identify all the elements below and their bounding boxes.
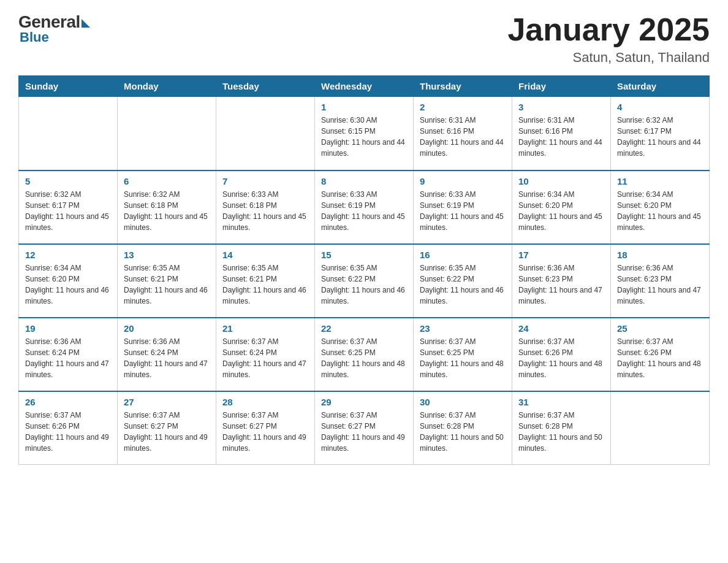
calendar-cell: 3Sunrise: 6:31 AMSunset: 6:16 PMDaylight…	[512, 97, 611, 170]
calendar-cell	[118, 97, 216, 170]
logo-blue-text: Blue	[20, 29, 49, 45]
calendar-cell: 25Sunrise: 6:37 AMSunset: 6:26 PMDayligh…	[611, 318, 710, 391]
calendar-cell: 30Sunrise: 6:37 AMSunset: 6:28 PMDayligh…	[414, 391, 512, 465]
day-info: Sunrise: 6:35 AMSunset: 6:22 PMDaylight:…	[420, 262, 506, 307]
week-row-5: 26Sunrise: 6:37 AMSunset: 6:26 PMDayligh…	[19, 391, 710, 465]
day-info: Sunrise: 6:36 AMSunset: 6:23 PMDaylight:…	[518, 262, 604, 307]
header-tuesday: Tuesday	[216, 76, 315, 97]
day-number: 23	[420, 323, 506, 334]
day-info: Sunrise: 6:34 AMSunset: 6:20 PMDaylight:…	[617, 189, 703, 233]
calendar-cell: 15Sunrise: 6:35 AMSunset: 6:22 PMDayligh…	[315, 244, 414, 318]
day-number: 31	[518, 397, 604, 407]
day-number: 9	[420, 176, 506, 186]
calendar-cell	[611, 391, 710, 465]
day-info: Sunrise: 6:37 AMSunset: 6:28 PMDaylight:…	[420, 410, 506, 454]
day-info: Sunrise: 6:37 AMSunset: 6:27 PMDaylight:…	[222, 410, 308, 454]
header-sunday: Sunday	[19, 76, 118, 97]
day-info: Sunrise: 6:37 AMSunset: 6:28 PMDaylight:…	[518, 410, 604, 454]
header-friday: Friday	[512, 76, 611, 97]
calendar-cell: 12Sunrise: 6:34 AMSunset: 6:20 PMDayligh…	[19, 244, 118, 318]
calendar-cell	[216, 97, 315, 170]
calendar-cell	[19, 97, 118, 170]
calendar-cell: 4Sunrise: 6:32 AMSunset: 6:17 PMDaylight…	[611, 97, 710, 170]
calendar-cell: 18Sunrise: 6:36 AMSunset: 6:23 PMDayligh…	[611, 244, 710, 318]
calendar-cell: 24Sunrise: 6:37 AMSunset: 6:26 PMDayligh…	[512, 318, 611, 391]
calendar-cell: 11Sunrise: 6:34 AMSunset: 6:20 PMDayligh…	[611, 170, 710, 244]
day-info: Sunrise: 6:35 AMSunset: 6:21 PMDaylight:…	[124, 262, 210, 307]
calendar-cell: 26Sunrise: 6:37 AMSunset: 6:26 PMDayligh…	[19, 391, 118, 465]
day-info: Sunrise: 6:31 AMSunset: 6:16 PMDaylight:…	[518, 115, 604, 159]
calendar-cell: 20Sunrise: 6:36 AMSunset: 6:24 PMDayligh…	[118, 318, 216, 391]
day-number: 12	[25, 250, 111, 260]
day-info: Sunrise: 6:34 AMSunset: 6:20 PMDaylight:…	[25, 262, 111, 307]
day-number: 22	[321, 323, 407, 334]
calendar-cell: 19Sunrise: 6:36 AMSunset: 6:24 PMDayligh…	[19, 318, 118, 391]
day-info: Sunrise: 6:37 AMSunset: 6:27 PMDaylight:…	[124, 410, 210, 454]
calendar-cell: 2Sunrise: 6:31 AMSunset: 6:16 PMDaylight…	[414, 97, 512, 170]
day-info: Sunrise: 6:37 AMSunset: 6:24 PMDaylight:…	[222, 336, 308, 380]
day-number: 18	[617, 250, 703, 260]
header-thursday: Thursday	[414, 76, 512, 97]
day-info: Sunrise: 6:36 AMSunset: 6:23 PMDaylight:…	[617, 262, 703, 307]
calendar-cell: 9Sunrise: 6:33 AMSunset: 6:19 PMDaylight…	[414, 170, 512, 244]
day-number: 16	[420, 250, 506, 260]
day-info: Sunrise: 6:35 AMSunset: 6:21 PMDaylight:…	[222, 262, 308, 307]
page-header: General Blue January 2025 Satun, Satun, …	[18, 12, 710, 66]
calendar-cell: 7Sunrise: 6:33 AMSunset: 6:18 PMDaylight…	[216, 170, 315, 244]
day-number: 8	[321, 176, 407, 186]
calendar-title: January 2025	[507, 12, 710, 47]
week-row-1: 1Sunrise: 6:30 AMSunset: 6:15 PMDaylight…	[19, 97, 710, 170]
calendar-cell: 14Sunrise: 6:35 AMSunset: 6:21 PMDayligh…	[216, 244, 315, 318]
day-number: 1	[321, 102, 407, 112]
day-info: Sunrise: 6:36 AMSunset: 6:24 PMDaylight:…	[124, 336, 210, 380]
calendar-cell: 29Sunrise: 6:37 AMSunset: 6:27 PMDayligh…	[315, 391, 414, 465]
calendar-table: SundayMondayTuesdayWednesdayThursdayFrid…	[18, 75, 710, 465]
day-number: 5	[25, 176, 111, 186]
day-info: Sunrise: 6:37 AMSunset: 6:26 PMDaylight:…	[518, 336, 604, 380]
calendar-cell: 17Sunrise: 6:36 AMSunset: 6:23 PMDayligh…	[512, 244, 611, 318]
calendar-cell: 1Sunrise: 6:30 AMSunset: 6:15 PMDaylight…	[315, 97, 414, 170]
header-wednesday: Wednesday	[315, 76, 414, 97]
day-number: 21	[222, 323, 308, 334]
day-number: 13	[124, 250, 210, 260]
week-row-4: 19Sunrise: 6:36 AMSunset: 6:24 PMDayligh…	[19, 318, 710, 391]
day-info: Sunrise: 6:37 AMSunset: 6:25 PMDaylight:…	[321, 336, 407, 380]
day-info: Sunrise: 6:33 AMSunset: 6:19 PMDaylight:…	[321, 189, 407, 233]
calendar-cell: 8Sunrise: 6:33 AMSunset: 6:19 PMDaylight…	[315, 170, 414, 244]
calendar-cell: 5Sunrise: 6:32 AMSunset: 6:17 PMDaylight…	[19, 170, 118, 244]
logo-arrow-icon	[82, 19, 90, 28]
day-number: 30	[420, 397, 506, 407]
calendar-cell: 13Sunrise: 6:35 AMSunset: 6:21 PMDayligh…	[118, 244, 216, 318]
header-saturday: Saturday	[611, 76, 710, 97]
calendar-cell: 21Sunrise: 6:37 AMSunset: 6:24 PMDayligh…	[216, 318, 315, 391]
calendar-cell: 16Sunrise: 6:35 AMSunset: 6:22 PMDayligh…	[414, 244, 512, 318]
day-info: Sunrise: 6:30 AMSunset: 6:15 PMDaylight:…	[321, 115, 407, 159]
calendar-cell: 23Sunrise: 6:37 AMSunset: 6:25 PMDayligh…	[414, 318, 512, 391]
calendar-cell: 27Sunrise: 6:37 AMSunset: 6:27 PMDayligh…	[118, 391, 216, 465]
day-number: 15	[321, 250, 407, 260]
day-number: 14	[222, 250, 308, 260]
day-number: 2	[420, 102, 506, 112]
day-info: Sunrise: 6:36 AMSunset: 6:24 PMDaylight:…	[25, 336, 111, 380]
day-info: Sunrise: 6:34 AMSunset: 6:20 PMDaylight:…	[518, 189, 604, 233]
day-info: Sunrise: 6:33 AMSunset: 6:18 PMDaylight:…	[222, 189, 308, 233]
day-info: Sunrise: 6:37 AMSunset: 6:26 PMDaylight:…	[617, 336, 703, 380]
day-number: 19	[25, 323, 111, 334]
day-number: 4	[617, 102, 703, 112]
day-info: Sunrise: 6:37 AMSunset: 6:25 PMDaylight:…	[420, 336, 506, 380]
day-number: 25	[617, 323, 703, 334]
day-info: Sunrise: 6:37 AMSunset: 6:26 PMDaylight:…	[25, 410, 111, 454]
header-monday: Monday	[118, 76, 216, 97]
day-info: Sunrise: 6:35 AMSunset: 6:22 PMDaylight:…	[321, 262, 407, 307]
day-number: 28	[222, 397, 308, 407]
day-number: 24	[518, 323, 604, 334]
calendar-cell: 6Sunrise: 6:32 AMSunset: 6:18 PMDaylight…	[118, 170, 216, 244]
day-number: 26	[25, 397, 111, 407]
calendar-cell: 22Sunrise: 6:37 AMSunset: 6:25 PMDayligh…	[315, 318, 414, 391]
day-number: 3	[518, 102, 604, 112]
calendar-cell: 10Sunrise: 6:34 AMSunset: 6:20 PMDayligh…	[512, 170, 611, 244]
day-info: Sunrise: 6:31 AMSunset: 6:16 PMDaylight:…	[420, 115, 506, 159]
day-info: Sunrise: 6:33 AMSunset: 6:19 PMDaylight:…	[420, 189, 506, 233]
calendar-cell: 31Sunrise: 6:37 AMSunset: 6:28 PMDayligh…	[512, 391, 611, 465]
logo: General Blue	[18, 12, 90, 45]
